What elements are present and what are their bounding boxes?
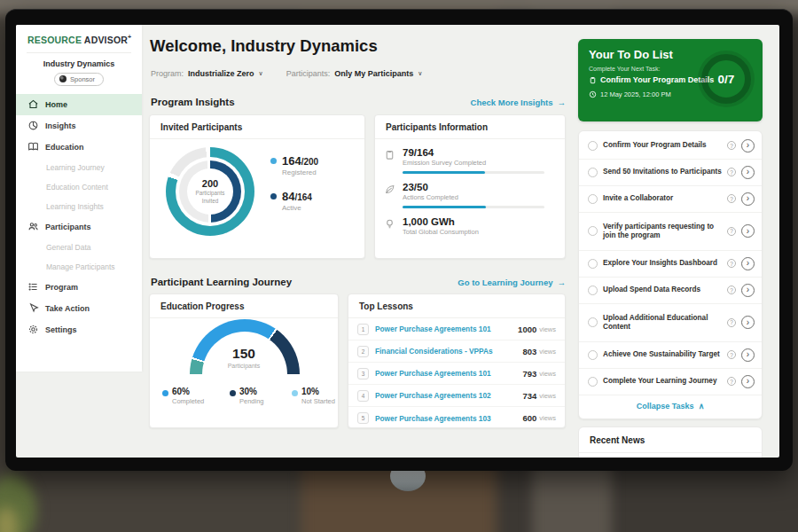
recent-news-heading: Recent News	[579, 427, 762, 453]
progress-bar	[403, 206, 544, 208]
question-icon[interactable]: ?	[727, 377, 736, 386]
donut-center-value: 200	[202, 178, 218, 189]
task-explore-insights[interactable]: Explore Your Insights Dashboard ? ›	[579, 251, 762, 278]
recent-news-card: Recent News	[578, 426, 763, 458]
collapse-tasks-link[interactable]: Collapse Tasks ∧	[579, 395, 762, 417]
donut-ring-registered: 200 ParticipantsInvited	[166, 147, 254, 236]
gauge-center-value: 150	[150, 346, 338, 362]
lesson-row[interactable]: 5 Power Purchase Agreements 103 600views	[348, 407, 565, 429]
task-send-invitations[interactable]: Send 50 Invitations to Participants ? ›	[579, 160, 762, 186]
legend-dot	[162, 390, 168, 396]
page-title: Welcome, Industry Dynamics	[150, 36, 378, 56]
legend-dot	[292, 390, 298, 396]
arrow-right-icon: →	[558, 98, 567, 107]
lesson-link[interactable]: Power Purchase Agreements 101	[375, 369, 522, 378]
question-icon[interactable]: ?	[727, 350, 736, 359]
participants-dropdown[interactable]: Participants: Only My Participants ∨	[286, 69, 423, 78]
sidebar-item-learning-journey[interactable]: Learning Journey	[16, 158, 142, 177]
invited-participants-donut: 200 ParticipantsInvited	[166, 147, 254, 236]
stat-actions-completed: 23/50 Actions Completed	[375, 174, 565, 208]
sidebar-item-participants[interactable]: Participants	[16, 216, 142, 238]
chevron-up-icon: ∧	[699, 402, 705, 411]
stat-global-consumption: 1,000 GWh Total Global Consumption	[375, 208, 565, 236]
sidebar-item-insights[interactable]: Insights	[16, 115, 142, 137]
question-icon[interactable]: ?	[727, 286, 736, 294]
rank-badge: 2	[357, 346, 369, 357]
rank-badge: 4	[357, 390, 369, 402]
todo-subtitle: Complete Your Next Task:	[589, 66, 660, 72]
check-more-insights-link[interactable]: Check More Insights→	[388, 98, 566, 107]
checkbox[interactable]	[588, 317, 598, 327]
question-icon[interactable]: ?	[727, 259, 736, 268]
chevron-right-icon[interactable]: ›	[741, 348, 755, 362]
legend-active: 84/164 Active	[270, 190, 318, 212]
lesson-link[interactable]: Financial Considerations - VPPAs	[375, 347, 522, 356]
home-icon	[27, 98, 39, 110]
lesson-row[interactable]: 4 Power Purchase Agreements 102 734views	[348, 385, 565, 407]
chevron-right-icon[interactable]: ›	[741, 316, 755, 329]
card-title: Top Lessons	[348, 294, 565, 318]
card-title: Education Progress	[150, 294, 338, 318]
lesson-link[interactable]: Power Purchase Agreements 102	[375, 391, 522, 400]
task-confirm-program-details[interactable]: Confirm Your Program Details ? ›	[579, 133, 762, 160]
sidebar-nav: Home Insights Education Learning Journey…	[16, 94, 142, 340]
clock-icon	[589, 90, 597, 98]
go-to-learning-journey-link[interactable]: Go to Learning Journey→	[397, 278, 566, 287]
sidebar-item-settings[interactable]: Settings	[16, 319, 142, 340]
task-upload-spend-data[interactable]: Upload Spend Data Records ? ›	[579, 278, 762, 304]
clipboard-icon	[589, 76, 597, 84]
question-icon[interactable]: ?	[727, 194, 736, 203]
chevron-right-icon[interactable]: ›	[741, 224, 755, 238]
checkbox[interactable]	[588, 259, 598, 269]
sidebar: RESOURCE ADVISOR+ Industry Dynamics Spon…	[16, 25, 142, 372]
task-verify-participants[interactable]: Verify participants requesting to join t…	[579, 213, 762, 251]
monitor-bezel: RESOURCE ADVISOR+ Industry Dynamics Spon…	[5, 9, 793, 471]
sidebar-item-education[interactable]: Education	[16, 137, 142, 158]
checkbox[interactable]	[588, 168, 598, 177]
sidebar-item-general-data[interactable]: General Data	[16, 238, 142, 257]
task-upload-educational-content[interactable]: Upload Additional Educational Content ? …	[579, 304, 762, 342]
chevron-right-icon[interactable]: ›	[741, 375, 755, 388]
chevron-right-icon[interactable]: ›	[741, 257, 755, 270]
todo-next-task: Confirm Your Program Details	[589, 75, 714, 84]
sidebar-item-take-action[interactable]: Take Action	[16, 298, 142, 319]
question-icon[interactable]: ?	[727, 227, 736, 236]
lesson-row[interactable]: 2 Financial Considerations - VPPAs 803vi…	[348, 340, 565, 363]
checkbox[interactable]	[588, 350, 598, 360]
program-dropdown[interactable]: Program: Industrialize Zero ∨	[151, 69, 263, 78]
legend-dot	[230, 390, 236, 396]
lesson-row[interactable]: 3 Power Purchase Agreements 101 793views	[348, 363, 565, 385]
task-achieve-sustainability-target[interactable]: Achieve One Sustainability Target ? ›	[579, 342, 762, 369]
question-icon[interactable]: ?	[727, 168, 736, 176]
question-icon[interactable]: ?	[727, 318, 736, 327]
sidebar-item-manage-participants[interactable]: Manage Participants	[16, 257, 142, 277]
chevron-down-icon: ∨	[259, 70, 263, 77]
checkbox[interactable]	[588, 194, 598, 204]
checkbox[interactable]	[588, 286, 598, 295]
sidebar-item-learning-insights[interactable]: Learning Insights	[16, 197, 142, 216]
chevron-right-icon[interactable]: ›	[741, 284, 755, 297]
lesson-row[interactable]: 1 Power Purchase Agreements 101 1000view…	[348, 318, 565, 340]
sidebar-item-program[interactable]: Program	[16, 277, 142, 298]
question-icon[interactable]: ?	[727, 141, 736, 150]
app-logo: RESOURCE ADVISOR+	[16, 25, 142, 45]
lesson-link[interactable]: Power Purchase Agreements 103	[375, 414, 522, 423]
participants-information-card: Participants Information 79/164 Emission…	[374, 114, 566, 259]
chevron-right-icon[interactable]: ›	[741, 192, 755, 206]
checkbox[interactable]	[588, 377, 598, 387]
education-icon	[27, 141, 39, 153]
sidebar-item-education-content[interactable]: Education Content	[16, 177, 142, 197]
todo-progress-ring: 0/7	[701, 54, 751, 104]
gear-icon	[27, 324, 39, 335]
sidebar-item-home[interactable]: Home	[16, 94, 142, 115]
stat-emission-survey: 79/164 Emission Survey Completed	[375, 139, 565, 174]
checkbox[interactable]	[588, 141, 598, 151]
bulb-icon	[384, 218, 395, 230]
task-complete-learning-journey[interactable]: Complete Your Learning Journey ? ›	[579, 369, 762, 395]
checkbox[interactable]	[588, 226, 598, 236]
chevron-right-icon[interactable]: ›	[741, 139, 755, 153]
lesson-link[interactable]: Power Purchase Agreements 101	[375, 325, 518, 333]
education-progress-card: Education Progress 150 Participants 60%C…	[149, 293, 339, 428]
chevron-right-icon[interactable]: ›	[741, 166, 755, 179]
task-invite-collaborator[interactable]: Invite a Collaborator ? ›	[579, 186, 762, 213]
